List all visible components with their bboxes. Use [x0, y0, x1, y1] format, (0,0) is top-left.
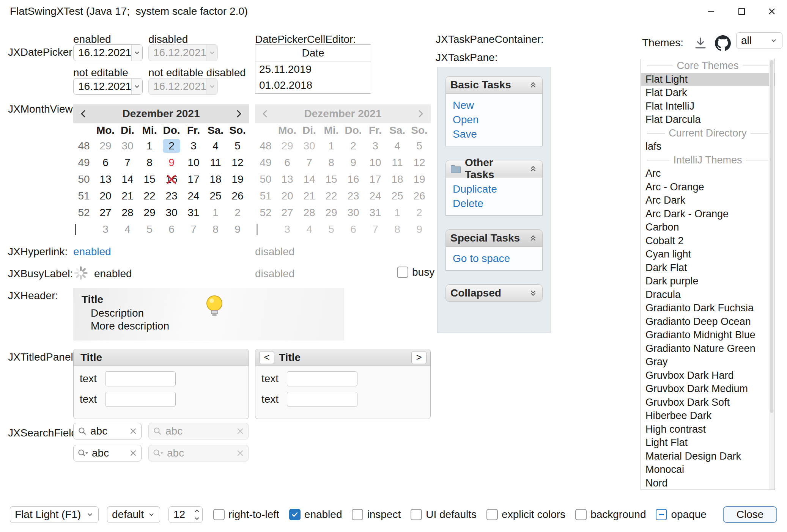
- checkbox-busy[interactable]: busy: [397, 266, 434, 278]
- checkbox-box[interactable]: [213, 509, 225, 520]
- theme-item-hiberbee-dark[interactable]: Hiberbee Dark: [641, 409, 774, 423]
- theme-item-carbon[interactable]: Carbon: [641, 221, 774, 234]
- calendar-day[interactable]: 24: [183, 188, 205, 204]
- theme-item-arc-dark[interactable]: Arc Dark: [641, 194, 774, 207]
- table-row[interactable]: 25.11.2019: [255, 61, 371, 77]
- calendar-day[interactable]: 25: [205, 188, 227, 204]
- back-button[interactable]: <: [259, 351, 274, 364]
- clear-icon[interactable]: [129, 449, 137, 457]
- checkbox-right-to-left[interactable]: right-to-left: [213, 508, 279, 521]
- github-button[interactable]: [715, 35, 731, 51]
- theme-item-dracula[interactable]: Dracula: [641, 288, 774, 302]
- theme-item-gruvbox-dark-soft[interactable]: Gruvbox Dark Soft: [641, 396, 774, 410]
- calendar-day[interactable]: 13: [94, 171, 116, 188]
- spinner-down-button[interactable]: [191, 515, 202, 523]
- search-field-with-menu[interactable]: abc: [73, 445, 142, 461]
- theme-item-material-design-dark[interactable]: Material Design Dark: [641, 450, 774, 463]
- calendar-day[interactable]: 9: [161, 154, 183, 171]
- calendar-day[interactable]: 3: [94, 221, 116, 238]
- theme-item-flat-light[interactable]: Flat Light: [641, 73, 774, 86]
- theme-item-cobalt-2[interactable]: Cobalt 2: [641, 234, 774, 248]
- calendar-day[interactable]: 1: [139, 138, 161, 154]
- collapse-icon[interactable]: [529, 234, 538, 243]
- font-size-spinner[interactable]: 12: [168, 506, 203, 523]
- datepicker-field-enabled[interactable]: 16.12.2021: [73, 44, 143, 61]
- calendar-day[interactable]: 8: [139, 154, 161, 171]
- maximize-button[interactable]: [726, 0, 757, 23]
- calendar-day[interactable]: 31: [183, 204, 205, 221]
- calendar-day[interactable]: 29: [139, 204, 161, 221]
- task-link-open[interactable]: Open: [453, 113, 535, 126]
- checkbox-ui-defaults[interactable]: UI defaults: [411, 508, 477, 521]
- next-month-button[interactable]: [231, 107, 246, 121]
- calendar-day[interactable]: 4: [205, 138, 227, 154]
- checkbox-inspect[interactable]: inspect: [352, 508, 401, 521]
- search-field-enabled[interactable]: abc: [73, 423, 142, 439]
- calendar-day[interactable]: 6: [94, 154, 116, 171]
- calendar-day[interactable]: 23: [161, 188, 183, 204]
- checkbox-enabled[interactable]: enabled: [289, 508, 342, 521]
- laf-combobox[interactable]: Flat Light (F1): [10, 506, 99, 523]
- text-input[interactable]: [287, 371, 357, 386]
- calendar-day[interactable]: 5: [139, 221, 161, 238]
- taskpane-header[interactable]: Other Tasks: [445, 160, 543, 177]
- checkbox-box[interactable]: [486, 509, 498, 520]
- calendar-day[interactable]: 5: [227, 138, 249, 154]
- download-themes-button[interactable]: [694, 36, 707, 50]
- theme-item-arc-dark-orange[interactable]: Arc Dark - Orange: [641, 207, 774, 221]
- collapse-icon[interactable]: [529, 80, 538, 89]
- calendar-day[interactable]: 16: [161, 171, 183, 188]
- prev-month-button[interactable]: [76, 107, 91, 121]
- calendar-day[interactable]: 8: [205, 221, 227, 238]
- calendar-day[interactable]: 2: [227, 204, 249, 221]
- theme-item-gruvbox-dark-medium[interactable]: Gruvbox Dark Medium: [641, 382, 774, 396]
- text-input[interactable]: [105, 371, 176, 386]
- calendar-day[interactable]: 27: [94, 204, 116, 221]
- close-window-button[interactable]: [757, 0, 787, 23]
- theme-item-gradianto-midnight-blue[interactable]: Gradianto Midnight Blue: [641, 328, 774, 342]
- theme-item-dark-flat[interactable]: Dark Flat: [641, 261, 774, 275]
- text-input[interactable]: [105, 392, 176, 407]
- calendar-day[interactable]: 7: [116, 154, 139, 171]
- checkbox-box[interactable]: [656, 509, 667, 520]
- calendar-day[interactable]: 4: [116, 221, 139, 238]
- search-menu-icon[interactable]: [77, 448, 89, 458]
- calendar-day[interactable]: 20: [94, 188, 116, 204]
- checkbox-box[interactable]: [289, 509, 301, 520]
- theme-item-gruvbox-dark-hard[interactable]: Gruvbox Dark Hard: [641, 369, 774, 383]
- theme-item-gradianto-nature-green[interactable]: Gradianto Nature Green: [641, 342, 774, 356]
- calendar-day[interactable]: 1: [205, 204, 227, 221]
- task-link-save[interactable]: Save: [453, 128, 535, 141]
- theme-item-flat-intellij[interactable]: Flat IntelliJ: [641, 100, 774, 113]
- checkbox-background[interactable]: background: [575, 508, 646, 521]
- theme-item-lafs[interactable]: lafs: [641, 140, 774, 154]
- theme-item-light-flat[interactable]: Light Flat: [641, 436, 774, 450]
- checkbox-explicit-colors[interactable]: explicit colors: [486, 508, 565, 521]
- calendar-day[interactable]: 14: [116, 171, 139, 188]
- task-link-go-to-space[interactable]: Go to space: [453, 252, 535, 265]
- table-row[interactable]: 01.02.2018: [255, 77, 371, 93]
- calendar-day[interactable]: 9: [227, 221, 249, 238]
- collapse-icon[interactable]: [529, 164, 538, 173]
- calendar-day[interactable]: 30: [116, 138, 139, 154]
- calendar-day[interactable]: 7: [183, 221, 205, 238]
- calendar-day[interactable]: 18: [205, 171, 227, 188]
- datepicker-dropdown-button[interactable]: [131, 45, 142, 61]
- calendar-day[interactable]: 22: [139, 188, 161, 204]
- theme-item-nord[interactable]: Nord: [641, 477, 774, 490]
- calendar-day[interactable]: 19: [227, 171, 249, 188]
- task-link-duplicate[interactable]: Duplicate: [453, 183, 535, 196]
- theme-item-gradianto-deep-ocean[interactable]: Gradianto Deep Ocean: [641, 315, 774, 329]
- theme-item-flat-darcula[interactable]: Flat Darcula: [641, 113, 774, 127]
- task-link-new[interactable]: New: [453, 99, 535, 112]
- theme-item-gray[interactable]: Gray: [641, 355, 774, 369]
- theme-item-flat-dark[interactable]: Flat Dark: [641, 86, 774, 100]
- theme-item-dark-purple[interactable]: Dark purple: [641, 275, 774, 288]
- scrollbar-thumb[interactable]: [770, 60, 773, 413]
- datepicker-field-not-editable[interactable]: 16.12.2021: [73, 78, 143, 95]
- calendar-day[interactable]: 6: [161, 221, 183, 238]
- datepicker-dropdown-button[interactable]: [131, 78, 142, 94]
- checkbox-box[interactable]: [397, 267, 408, 278]
- forward-button[interactable]: >: [411, 351, 427, 364]
- taskpane-header[interactable]: Collapsed: [445, 284, 543, 302]
